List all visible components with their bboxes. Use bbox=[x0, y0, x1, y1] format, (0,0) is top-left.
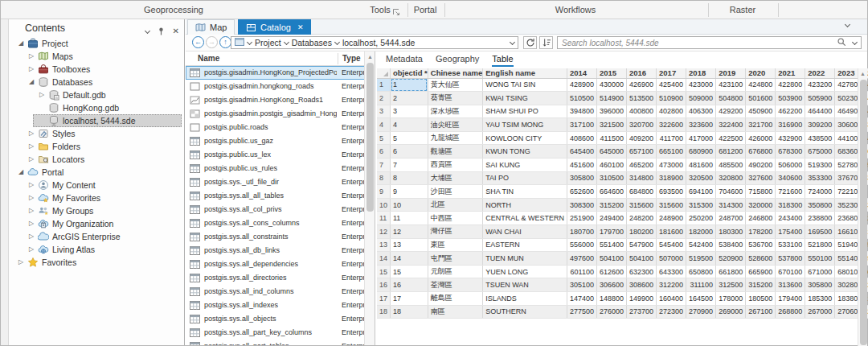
tree-item-my-favorites[interactable]: ▷My Favorites bbox=[9, 192, 184, 204]
cell-chinese-name[interactable]: 大埔區 bbox=[428, 171, 482, 185]
cell-year-value[interactable]: 505900 bbox=[805, 92, 835, 105]
cell-year-value[interactable]: 675000 bbox=[805, 145, 835, 159]
tree-item-maps[interactable]: ▷Maps bbox=[9, 50, 184, 63]
expander-icon[interactable]: ▷ bbox=[27, 243, 35, 256]
row-number-cell[interactable]: 4 bbox=[377, 118, 391, 132]
cell-year-value[interactable]: 180300 bbox=[716, 225, 746, 239]
cell-year-value[interactable]: 277500 bbox=[567, 305, 596, 319]
cell-year-value[interactable]: 311100 bbox=[686, 278, 716, 292]
cell-year-value[interactable]: 327600 bbox=[746, 171, 776, 185]
cell-objectid[interactable]: 5 bbox=[391, 131, 428, 145]
cell-year-value[interactable]: 514900 bbox=[596, 92, 626, 105]
cell-year-value[interactable]: 430000 bbox=[596, 78, 626, 92]
row-number-cell[interactable]: 7 bbox=[377, 159, 391, 172]
cell-year-value[interactable]: 402800 bbox=[657, 105, 686, 118]
scrollbar-thumb[interactable] bbox=[860, 80, 867, 345]
breadcrumb-segment[interactable]: Databases bbox=[292, 38, 332, 47]
cell-objectid[interactable]: 4 bbox=[391, 118, 428, 132]
close-tab-icon[interactable]: ✕ bbox=[297, 23, 304, 31]
cell-year-value[interactable]: 612600 bbox=[596, 265, 626, 278]
catalog-item[interactable]: postgis.gisadmin.hongkong_roadsEnterpris… bbox=[186, 80, 365, 93]
expander-icon[interactable]: ▷ bbox=[27, 217, 35, 230]
cell-year-value[interactable]: 249400 bbox=[596, 212, 626, 225]
cell-year-value[interactable]: 423100 bbox=[716, 78, 746, 92]
cell-year-value[interactable]: 309200 bbox=[805, 118, 835, 132]
chevron-down-icon[interactable] bbox=[247, 39, 252, 44]
row-number-cell[interactable]: 12 bbox=[377, 225, 391, 239]
expander-icon[interactable]: ▷ bbox=[27, 140, 35, 153]
cell-year-value[interactable]: 317100 bbox=[567, 118, 596, 132]
tab-catalog[interactable]: Catalog✕ bbox=[238, 19, 311, 35]
breadcrumb-segment[interactable]: Project bbox=[255, 38, 281, 47]
catalog-item[interactable]: postgis.public.roadsEnterprise bbox=[186, 121, 365, 134]
cell-year-value[interactable]: 185300 bbox=[805, 292, 835, 306]
cell-chinese-name[interactable]: 黃大仙區 bbox=[428, 78, 482, 92]
cell-year-value[interactable]: 694100 bbox=[686, 185, 716, 199]
cell-english-name[interactable]: SHA TIN bbox=[483, 185, 567, 199]
cell-year-value[interactable]: 251900 bbox=[567, 212, 596, 225]
tree-item-portal[interactable]: ◢Portal bbox=[9, 166, 184, 179]
cell-english-name[interactable]: SOUTHERN bbox=[483, 305, 567, 319]
cell-chinese-name[interactable]: 北區 bbox=[428, 198, 482, 212]
cell-objectid[interactable]: 12 bbox=[391, 225, 428, 239]
cell-year-value[interactable]: 308300 bbox=[567, 198, 596, 212]
column-header[interactable]: objectid * bbox=[391, 68, 428, 78]
forward-button[interactable]: → bbox=[206, 36, 218, 48]
cell-year-value[interactable]: 678300 bbox=[776, 145, 805, 159]
cell-year-value[interactable]: 323600 bbox=[686, 118, 716, 132]
cell-year-value[interactable]: 315200 bbox=[746, 278, 776, 292]
sort-button[interactable] bbox=[539, 36, 553, 49]
row-number-cell[interactable]: 18 bbox=[377, 305, 391, 319]
column-header[interactable]: English name bbox=[483, 68, 567, 78]
row-number-cell[interactable]: 8 bbox=[377, 171, 391, 185]
cell-objectid[interactable]: 9 bbox=[391, 185, 428, 199]
cell-chinese-name[interactable]: 南區 bbox=[428, 305, 482, 319]
cell-year-value[interactable]: 429200 bbox=[716, 105, 746, 118]
cell-year-value[interactable]: 550100 bbox=[805, 252, 835, 266]
cell-year-value[interactable]: 312500 bbox=[716, 278, 746, 292]
preview-tab-geography[interactable]: Geography bbox=[436, 51, 479, 67]
cell-year-value[interactable]: 175400 bbox=[776, 225, 805, 239]
cell-year-value[interactable]: 147400 bbox=[567, 292, 596, 306]
scrollbar-thumb[interactable] bbox=[366, 63, 374, 212]
cell-year-value[interactable]: 411500 bbox=[596, 131, 626, 145]
cell-year-value[interactable]: 509000 bbox=[686, 92, 716, 105]
cell-year-value[interactable]: 315600 bbox=[626, 198, 656, 212]
refresh-button[interactable] bbox=[523, 36, 537, 49]
expander-icon[interactable]: ▷ bbox=[27, 204, 35, 217]
cell-year-value[interactable]: 533100 bbox=[776, 238, 805, 252]
cell-year-value[interactable]: 406300 bbox=[686, 105, 716, 118]
cell-chinese-name[interactable]: 西貢區 bbox=[428, 159, 482, 172]
tree-item-my-organization[interactable]: ▷My Organization bbox=[9, 217, 184, 230]
column-header[interactable]: 2022 bbox=[805, 68, 835, 78]
cell-year-value[interactable]: 693500 bbox=[657, 185, 686, 199]
cell-year-value[interactable]: 504100 bbox=[596, 252, 626, 266]
cell-year-value[interactable]: 422800 bbox=[776, 78, 805, 92]
cell-objectid[interactable]: 18 bbox=[391, 305, 428, 319]
tree-item-localhost-5444-sde[interactable]: localhost, 5444.sde bbox=[9, 114, 184, 127]
row-number-cell[interactable]: 9 bbox=[377, 185, 391, 199]
cell-objectid[interactable]: 7 bbox=[391, 159, 428, 172]
cell-english-name[interactable]: KWUN TONG bbox=[483, 145, 567, 159]
cell-year-value[interactable]: 462200 bbox=[776, 105, 805, 118]
cell-year-value[interactable]: 652600 bbox=[567, 185, 596, 199]
cell-year-value[interactable]: 485500 bbox=[716, 159, 746, 172]
cell-english-name[interactable]: KOWLOON CITY bbox=[483, 131, 567, 145]
cell-year-value[interactable]: 178000 bbox=[716, 292, 746, 306]
cell-year-value[interactable]: 501600 bbox=[746, 92, 776, 105]
expander-icon[interactable]: ▷ bbox=[27, 127, 35, 140]
tree-item-project[interactable]: ◢Project bbox=[9, 37, 184, 50]
cell-year-value[interactable]: 451600 bbox=[567, 159, 596, 172]
cell-year-value[interactable]: 276000 bbox=[596, 305, 626, 319]
cell-chinese-name[interactable]: 屯門區 bbox=[428, 252, 482, 266]
cell-chinese-name[interactable]: 沙田區 bbox=[428, 185, 482, 199]
up-button[interactable]: ↑ bbox=[219, 36, 231, 48]
cell-year-value[interactable]: 273700 bbox=[626, 305, 656, 319]
cell-chinese-name[interactable]: 中西區 bbox=[428, 212, 482, 225]
cell-year-value[interactable]: 424800 bbox=[746, 78, 776, 92]
cell-year-value[interactable]: 248900 bbox=[657, 212, 686, 225]
cell-year-value[interactable]: 310500 bbox=[596, 171, 626, 185]
expander-icon[interactable]: ▷ bbox=[27, 153, 35, 166]
cell-year-value[interactable]: 423000 bbox=[686, 78, 716, 92]
catalog-item[interactable]: postgis.sys.all_db_linksEnterprise bbox=[186, 244, 365, 257]
